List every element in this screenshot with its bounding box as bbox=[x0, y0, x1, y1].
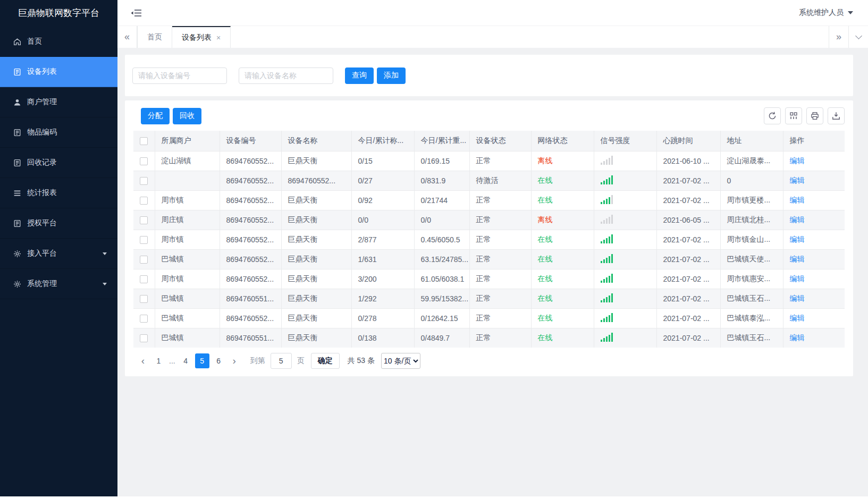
row-checkbox[interactable] bbox=[140, 197, 148, 205]
cell-device-status: 待激活 bbox=[469, 171, 531, 190]
page-number-button[interactable]: 6 bbox=[212, 353, 226, 368]
row-checkbox[interactable] bbox=[140, 295, 148, 303]
recycle-button[interactable]: 回收 bbox=[173, 108, 201, 124]
cell-device-status: 正常 bbox=[469, 190, 531, 210]
edit-link[interactable]: 编辑 bbox=[790, 196, 805, 204]
edit-link[interactable]: 编辑 bbox=[790, 294, 805, 302]
caret-down-icon bbox=[848, 11, 853, 14]
prev-page-button[interactable]: ‹ bbox=[136, 353, 150, 368]
table-row: 周市镇 8694760552... 巨鼎天衡 2/877 0.45/6050.5… bbox=[133, 230, 845, 249]
sidebar-item[interactable]: 物品编码 bbox=[0, 117, 117, 148]
row-checkbox[interactable] bbox=[140, 236, 148, 244]
confirm-page-button[interactable]: 确定 bbox=[311, 353, 340, 369]
refresh-icon[interactable] bbox=[764, 107, 781, 124]
sidebar-item[interactable]: 接入平台 bbox=[0, 239, 117, 269]
cell-today-weight: 0/169.15 bbox=[414, 151, 469, 171]
table-toolbar: 分配 回收 bbox=[133, 107, 845, 124]
sidebar: 巨鼎物联网数字平台 首页设备列表商户管理物品编码回收记录统计报表授权平台接入平台… bbox=[0, 0, 117, 496]
cell-device-no: 8694760552... bbox=[220, 308, 281, 328]
page-size-select[interactable]: 10 条/页 bbox=[381, 353, 420, 369]
tab-label: 设备列表 bbox=[182, 33, 212, 43]
cell-today-weight: 59.95/15382... bbox=[414, 289, 469, 308]
home-icon bbox=[13, 37, 22, 46]
goto-page-input[interactable] bbox=[271, 353, 292, 369]
cell-address: 0 bbox=[720, 171, 783, 190]
cell-signal bbox=[594, 249, 656, 269]
sidebar-item[interactable]: 商户管理 bbox=[0, 87, 117, 117]
caret-down-icon bbox=[103, 283, 107, 285]
edit-link[interactable]: 编辑 bbox=[790, 215, 805, 224]
clipboard-icon bbox=[13, 158, 22, 167]
signal-strength-icon bbox=[601, 293, 613, 302]
collapse-menu-icon[interactable] bbox=[130, 9, 142, 18]
sidebar-item[interactable]: 回收记录 bbox=[0, 148, 117, 178]
row-checkbox[interactable] bbox=[140, 256, 148, 264]
edit-link[interactable]: 编辑 bbox=[790, 314, 805, 322]
add-button[interactable]: 添加 bbox=[377, 67, 406, 84]
row-checkbox[interactable] bbox=[140, 216, 148, 224]
cell-heartbeat: 2021-07-02 ... bbox=[656, 171, 720, 190]
print-icon[interactable] bbox=[806, 107, 823, 124]
device-no-input[interactable] bbox=[132, 67, 227, 84]
edit-link[interactable]: 编辑 bbox=[790, 274, 805, 283]
page-number-button[interactable]: 1 bbox=[151, 353, 166, 368]
sidebar-item[interactable]: 授权平台 bbox=[0, 208, 117, 239]
scroll-tabs-left-button[interactable]: « bbox=[117, 26, 137, 48]
signal-strength-icon bbox=[601, 254, 613, 263]
search-button[interactable]: 查询 bbox=[345, 67, 374, 84]
tab[interactable]: 首页 bbox=[137, 26, 172, 48]
sidebar-item[interactable]: 系统管理 bbox=[0, 269, 117, 299]
row-checkbox[interactable] bbox=[140, 157, 148, 165]
download-icon[interactable] bbox=[828, 107, 845, 124]
cell-device-status: 正常 bbox=[469, 249, 531, 269]
column-header: 操作 bbox=[783, 131, 845, 151]
tab-options-button[interactable] bbox=[848, 26, 868, 48]
assign-button[interactable]: 分配 bbox=[141, 108, 170, 124]
cell-merchant: 巴城镇 bbox=[155, 289, 220, 308]
cell-today-count: 3/200 bbox=[351, 269, 414, 289]
cell-today-weight: 0/831.9 bbox=[414, 171, 469, 190]
edit-link[interactable]: 编辑 bbox=[790, 255, 805, 263]
device-name-input[interactable] bbox=[239, 67, 333, 84]
cell-today-count: 0/0 bbox=[351, 210, 414, 230]
page-number-button[interactable]: 4 bbox=[179, 353, 193, 368]
filter-panel: 查询 添加 bbox=[125, 55, 853, 96]
edit-link[interactable]: 编辑 bbox=[790, 333, 805, 342]
row-checkbox[interactable] bbox=[140, 275, 148, 283]
cell-heartbeat: 2021-07-02 ... bbox=[656, 269, 720, 289]
edit-link[interactable]: 编辑 bbox=[790, 235, 805, 243]
gear-icon bbox=[13, 249, 22, 258]
sidebar-item-label: 物品编码 bbox=[27, 128, 57, 137]
sidebar-item-label: 系统管理 bbox=[27, 279, 57, 289]
cell-today-count: 0/27 bbox=[351, 171, 414, 190]
close-icon[interactable]: × bbox=[216, 33, 221, 42]
cell-device-status: 正常 bbox=[469, 210, 531, 230]
user-name: 系统维护人员 bbox=[799, 8, 844, 18]
cell-device-status: 正常 bbox=[469, 289, 531, 308]
select-all-checkbox[interactable] bbox=[140, 137, 148, 145]
edit-link[interactable]: 编辑 bbox=[790, 176, 805, 184]
goto-page-label: 到第 bbox=[250, 356, 265, 366]
sidebar-item[interactable]: 设备列表 bbox=[0, 57, 117, 87]
table-header-row: 所属商户设备编号设备名称今日/累计称...今日/累计重...设备状态网络状态信号… bbox=[133, 131, 845, 151]
row-checkbox[interactable] bbox=[140, 315, 148, 323]
column-settings-icon[interactable] bbox=[785, 107, 802, 124]
sidebar-item-label: 设备列表 bbox=[27, 67, 57, 77]
cell-merchant: 周市镇 bbox=[155, 269, 220, 289]
table-row: 周市镇 8694760552... 巨鼎天衡 3/200 61.05/6038.… bbox=[133, 269, 845, 289]
sidebar-item-label: 接入平台 bbox=[27, 249, 57, 258]
scroll-tabs-right-button[interactable]: » bbox=[829, 26, 848, 48]
sidebar-item[interactable]: 统计报表 bbox=[0, 178, 117, 208]
next-page-button[interactable]: › bbox=[227, 353, 242, 368]
tab[interactable]: 设备列表× bbox=[172, 26, 231, 48]
edit-link[interactable]: 编辑 bbox=[790, 156, 805, 165]
row-checkbox[interactable] bbox=[140, 177, 148, 185]
user-menu[interactable]: 系统维护人员 bbox=[799, 8, 853, 18]
column-header: 今日/累计称... bbox=[351, 131, 414, 151]
row-checkbox[interactable] bbox=[140, 334, 148, 342]
page-number-button[interactable]: 5 bbox=[195, 353, 209, 368]
sidebar-item[interactable]: 首页 bbox=[0, 27, 117, 57]
column-header: 所属商户 bbox=[155, 131, 220, 151]
cell-network-status: 在线 bbox=[531, 171, 594, 190]
cell-device-name: 巨鼎天衡 bbox=[281, 210, 351, 230]
